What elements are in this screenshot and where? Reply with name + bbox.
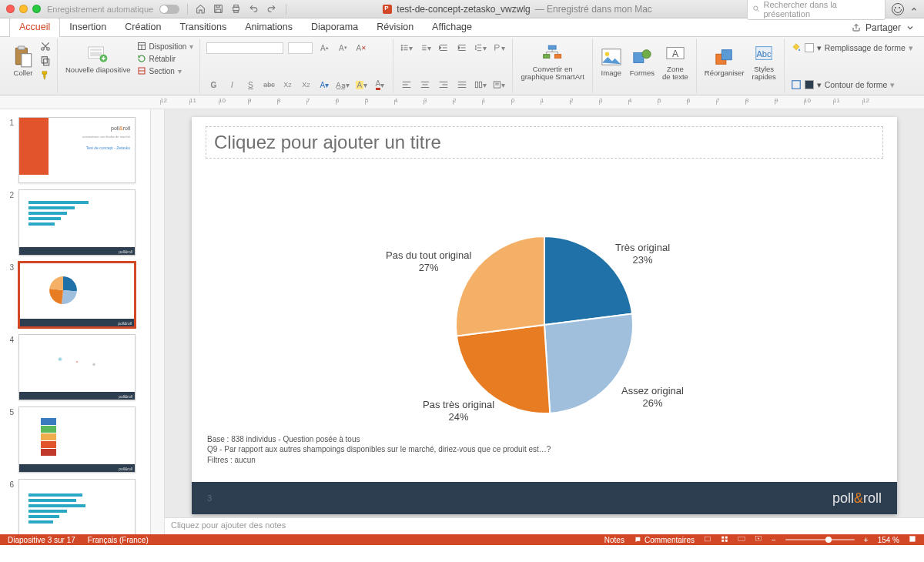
format-painter-icon[interactable] [40, 70, 51, 82]
collapse-ribbon-icon[interactable] [910, 5, 918, 13]
window-controls [6, 5, 41, 13]
copy-icon[interactable] [40, 55, 51, 68]
align-center-icon[interactable] [418, 78, 432, 92]
pie-chart[interactable] [452, 232, 637, 420]
minimize-button[interactable] [19, 5, 28, 13]
quick-styles-button[interactable]: AbcStylesrapides [751, 41, 778, 83]
chevron-down-icon[interactable] [906, 23, 915, 32]
bullets-icon[interactable]: ▾ [400, 41, 413, 55]
clear-format-icon[interactable]: A✕ [354, 41, 368, 55]
align-left-icon[interactable] [400, 78, 413, 92]
redo-icon[interactable] [266, 4, 276, 14]
zoom-level[interactable]: 154 % [878, 536, 899, 544]
thumbnail-5[interactable]: poll&roll [18, 406, 136, 473]
layout-button[interactable]: Disposition ▾ [137, 41, 194, 52]
notes-pane[interactable]: Cliquez pour ajouter des notes [165, 517, 924, 534]
group-shape-format: ▾ Remplissage de forme ▾ ▾ Contour de fo… [785, 38, 919, 93]
subscript-button[interactable]: X2 [299, 78, 313, 92]
cut-icon[interactable] [40, 41, 51, 53]
view-sorter-icon[interactable] [721, 535, 728, 544]
thumbnail-2[interactable]: poll&roll [18, 189, 136, 256]
numbering-icon[interactable]: ▾ [418, 41, 432, 55]
text-effect-icon[interactable]: A▾ [317, 78, 331, 92]
thumbnail-4[interactable]: poll&roll [18, 334, 136, 400]
thumbnail-6[interactable]: poll&roll [18, 479, 136, 534]
image-button[interactable]: Image [599, 45, 624, 79]
zoom-in-button[interactable]: + [864, 536, 869, 544]
italic-button[interactable]: I [225, 78, 239, 92]
print-icon[interactable] [231, 4, 241, 14]
tab-home[interactable]: Accueil [9, 18, 60, 36]
tab-design[interactable]: Création [116, 18, 170, 36]
shape-fill-button[interactable]: ▾ Remplissage de forme ▾ [791, 41, 913, 55]
increase-font-icon[interactable]: A▴ [317, 41, 331, 55]
underline-button[interactable]: S [243, 78, 257, 92]
zoom-slider[interactable] [785, 539, 855, 540]
undo-icon[interactable] [249, 4, 259, 14]
zoom-out-button[interactable]: − [772, 536, 776, 544]
close-button[interactable] [6, 5, 15, 13]
autosave-toggle[interactable] [159, 5, 179, 14]
tab-review[interactable]: Révision [367, 18, 423, 36]
document-filename: test-de-concept-zetasko_vwzwlg [397, 4, 530, 15]
smartart-button[interactable]: Convertir engraphique SmartArt [519, 41, 585, 83]
section-button[interactable]: Section ▾ [137, 65, 194, 76]
tab-slideshow[interactable]: Diaporama [302, 18, 367, 36]
search-input[interactable]: Rechercher dans la présentation [747, 0, 886, 20]
arrange-button[interactable]: Réorganiser [703, 45, 746, 79]
svg-point-22 [402, 49, 403, 50]
tab-insert[interactable]: Insertion [60, 18, 116, 36]
highlight-icon[interactable]: A▾ [354, 78, 368, 92]
indent-icon[interactable] [455, 41, 469, 55]
maximize-button[interactable] [32, 5, 41, 13]
feedback-icon[interactable] [892, 3, 904, 15]
save-icon[interactable] [213, 4, 223, 14]
shapes-button[interactable]: Formes [628, 45, 656, 79]
superscript-button[interactable]: X2 [280, 78, 294, 92]
thumbnail-3[interactable]: poll&roll [18, 262, 136, 328]
share-button[interactable]: Partager [865, 22, 901, 33]
group-font: A▴ A▾ A✕ G I S abc X2 X2 A▾ A̲a̲▾ A▾ A▾ [200, 38, 393, 93]
font-color-icon[interactable]: A▾ [373, 78, 387, 92]
reset-button[interactable]: Rétablir [137, 53, 194, 64]
tab-transitions[interactable]: Transitions [171, 18, 236, 36]
outdent-icon[interactable] [437, 41, 450, 55]
tab-animations[interactable]: Animations [236, 18, 302, 36]
strike-button[interactable]: abc [262, 78, 276, 92]
thumbnail-panel[interactable]: 1poll&rollautomatisez vos études de marc… [0, 109, 151, 534]
new-slide-button[interactable]: Nouvelle diapositive [64, 42, 132, 75]
decrease-font-icon[interactable]: A▾ [336, 41, 350, 55]
align-text-icon[interactable]: ▾ [492, 78, 506, 92]
status-notes-button[interactable]: Notes [594, 536, 624, 544]
line-spacing-icon[interactable]: ▾ [474, 41, 487, 55]
view-reading-icon[interactable] [738, 535, 745, 544]
group-smartart: Convertir engraphique SmartArt [513, 38, 592, 93]
thumbnail-1[interactable]: poll&rollautomatisez vos études de march… [18, 117, 136, 183]
status-comments-button[interactable]: Commentaires [634, 536, 695, 544]
text-direction-icon[interactable]: ▾ [492, 41, 506, 55]
view-normal-icon[interactable] [704, 535, 711, 544]
group-clipboard: Coller [5, 38, 58, 93]
slide-canvas[interactable]: Cliquez pour ajouter un titre Très origi… [165, 109, 924, 517]
slide: Cliquez pour ajouter un titre Très origi… [192, 117, 897, 514]
font-size-select[interactable] [288, 42, 313, 54]
view-slideshow-icon[interactable] [755, 535, 762, 544]
home-icon[interactable] [196, 4, 206, 14]
textbox-button[interactable]: AZonede texte [661, 41, 690, 83]
justify-icon[interactable] [455, 78, 469, 92]
svg-rect-13 [42, 57, 47, 63]
shape-outline-button[interactable]: ▾ Contour de forme ▾ [791, 78, 896, 92]
font-family-select[interactable] [206, 42, 283, 54]
svg-rect-42 [725, 537, 728, 539]
fit-window-icon[interactable] [909, 535, 916, 544]
bold-button[interactable]: G [206, 78, 220, 92]
char-spacing-icon[interactable]: A̲a̲▾ [336, 78, 350, 92]
status-language[interactable]: Français (France) [88, 536, 149, 544]
align-right-icon[interactable] [437, 78, 450, 92]
tab-view[interactable]: Affichage [423, 18, 481, 36]
ribbon-tabs: Accueil Insertion Création Transitions A… [0, 18, 924, 37]
paste-button[interactable]: Coller [11, 45, 35, 79]
share-icon [852, 23, 861, 32]
title-placeholder[interactable]: Cliquez pour ajouter un titre [206, 126, 883, 159]
columns-icon[interactable]: ▾ [474, 78, 487, 92]
